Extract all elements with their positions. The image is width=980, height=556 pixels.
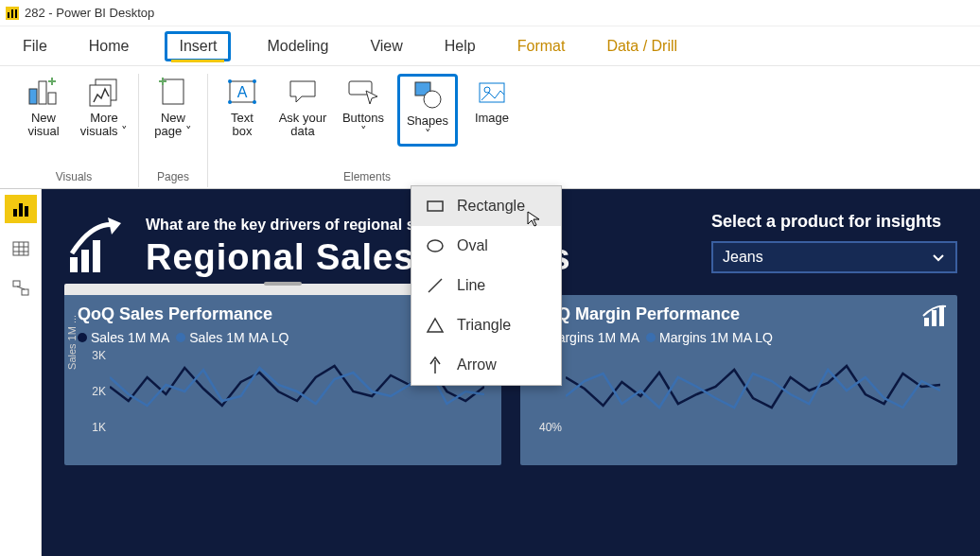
button-cursor-icon: [347, 76, 379, 108]
svg-rect-1: [39, 81, 46, 104]
svg-point-12: [228, 79, 232, 83]
ribbon-group-elements-label: Elements: [343, 170, 391, 187]
shape-oval-label: Oval: [457, 237, 488, 254]
svg-rect-0: [29, 89, 37, 104]
speech-bubble-icon: [287, 76, 319, 108]
product-selector: Select a product for insights Jeans: [711, 212, 957, 273]
margin-card-title: QoQ Margin Performance: [534, 304, 944, 324]
margin-legend: Margins 1M MA Margins 1M MA LQ: [534, 330, 944, 345]
sales-y-axis: 3K 2K 1K: [78, 349, 106, 434]
sales-legend-1: Sales 1M MA: [91, 330, 168, 345]
ribbon-group-pages-label: Pages: [157, 170, 189, 187]
product-dropdown[interactable]: Jeans: [711, 241, 957, 273]
oval-icon: [425, 235, 446, 256]
margin-legend-2: Margins 1M MA LQ: [659, 330, 773, 345]
shapes-label: Shapes ˅: [407, 114, 448, 142]
svg-point-20: [484, 87, 490, 93]
model-view-button[interactable]: [5, 274, 37, 303]
sales-y-axis-label: Sales 1M ...: [66, 315, 78, 370]
more-visuals-label: More visuals ˅: [80, 112, 128, 139]
svg-rect-22: [19, 203, 23, 217]
menu-view[interactable]: View: [364, 32, 408, 61]
new-page-icon: [157, 76, 189, 108]
bar-chart-icon: [27, 76, 60, 108]
sales-tick-0: 3K: [92, 349, 106, 362]
margin-plot: [566, 349, 940, 434]
image-button[interactable]: Image: [465, 74, 518, 147]
arrow-icon: [425, 355, 446, 375]
shape-line-label: Line: [457, 277, 485, 294]
report-view-icon: [11, 200, 30, 218]
ribbon-group-pages: New page ˅ Pages: [139, 74, 208, 187]
svg-point-13: [253, 79, 256, 83]
margin-tick-1: 40%: [539, 421, 562, 434]
new-page-button[interactable]: New page ˅: [147, 74, 200, 141]
data-view-button[interactable]: [5, 235, 37, 263]
svg-rect-37: [939, 305, 944, 326]
text-box-button[interactable]: A Text box: [216, 74, 269, 147]
svg-rect-29: [13, 281, 20, 287]
svg-rect-21: [13, 209, 17, 217]
model-icon: [11, 279, 30, 298]
window-title: 282 - Power BI Desktop: [25, 6, 154, 20]
svg-point-14: [228, 100, 232, 104]
svg-line-40: [429, 279, 442, 292]
image-label: Image: [475, 112, 509, 125]
svg-rect-32: [70, 257, 78, 272]
ask-your-data-button[interactable]: Ask your data: [276, 74, 329, 147]
rectangle-icon: [425, 196, 446, 217]
bar-chart-icon: [921, 303, 948, 329]
menu-format[interactable]: Format: [512, 32, 571, 61]
view-switcher-rail: [0, 189, 42, 556]
svg-rect-19: [480, 83, 504, 102]
more-visuals-button[interactable]: More visuals ˅: [78, 74, 131, 141]
sales-legend-2: Sales 1M MA LQ: [189, 330, 289, 345]
title-bar: 282 - Power BI Desktop: [0, 0, 980, 26]
svg-rect-35: [924, 318, 929, 326]
shape-oval[interactable]: Oval: [411, 226, 561, 266]
product-dropdown-value: Jeans: [723, 249, 763, 266]
table-icon: [11, 239, 30, 258]
shape-line[interactable]: Line: [411, 266, 561, 305]
line-icon: [425, 275, 446, 296]
margin-card[interactable]: QoQ Margin Performance Margins 1M MA Mar…: [520, 295, 957, 465]
menu-bar: File Home Insert Modeling View Help Form…: [0, 26, 980, 66]
svg-point-18: [424, 91, 441, 108]
menu-data-drill[interactable]: Data / Drill: [601, 32, 683, 61]
visuals-folder-icon: [88, 76, 120, 108]
image-icon: [476, 76, 508, 108]
svg-point-15: [253, 100, 256, 104]
sales-tick-1: 2K: [92, 385, 106, 398]
shapes-dropdown-menu: Rectangle Oval Line Triangle Arrow: [411, 185, 562, 386]
shape-triangle[interactable]: Triangle: [411, 305, 561, 345]
new-visual-button[interactable]: New visual: [17, 74, 70, 141]
menu-file[interactable]: File: [17, 32, 53, 61]
text-box-icon: A: [226, 76, 258, 108]
shapes-icon: [411, 78, 444, 111]
shape-arrow-label: Arrow: [457, 356, 497, 374]
new-page-label: New page ˅: [154, 112, 192, 139]
svg-rect-34: [93, 240, 100, 272]
svg-rect-2: [48, 93, 56, 104]
ask-your-data-label: Ask your data: [279, 112, 327, 139]
svg-rect-23: [25, 206, 28, 217]
sales-tick-2: 1K: [92, 421, 106, 434]
svg-rect-30: [22, 289, 28, 295]
ribbon-group-visuals-label: Visuals: [56, 170, 92, 187]
ribbon-group-visuals: New visual More visuals ˅ Visuals: [9, 74, 139, 187]
product-selector-label: Select a product for insights: [711, 212, 957, 232]
shapes-button[interactable]: Shapes ˅: [397, 74, 458, 147]
menu-home[interactable]: Home: [83, 32, 135, 61]
svg-line-31: [17, 287, 25, 289]
svg-rect-24: [13, 242, 28, 255]
buttons-button[interactable]: Buttons ˅: [337, 74, 390, 147]
menu-modeling[interactable]: Modeling: [261, 32, 334, 61]
report-view-button[interactable]: [5, 195, 37, 223]
shape-arrow[interactable]: Arrow: [411, 345, 561, 385]
triangle-icon: [425, 315, 446, 336]
menu-insert[interactable]: Insert: [165, 31, 231, 61]
shape-triangle-label: Triangle: [457, 317, 511, 334]
menu-help[interactable]: Help: [439, 32, 481, 61]
app-logo-icon: [6, 7, 19, 20]
shape-rectangle[interactable]: Rectangle: [411, 186, 561, 226]
